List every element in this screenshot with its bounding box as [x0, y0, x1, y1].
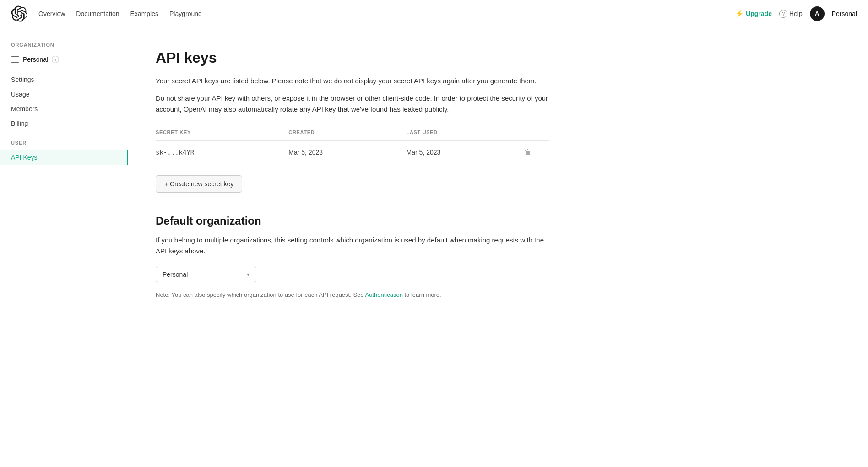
last-used-date: Mar 5, 2023: [407, 141, 524, 164]
page-title: API keys: [156, 49, 549, 66]
info-icon[interactable]: i: [52, 56, 59, 63]
sidebar-item-usage[interactable]: Usage: [0, 87, 128, 102]
help-button[interactable]: ? Help: [779, 10, 803, 18]
col-actions: [524, 126, 549, 141]
sidebar-item-settings[interactable]: Settings: [0, 72, 128, 87]
delete-key-button[interactable]: 🗑: [524, 148, 532, 156]
layout: ORGANIZATION Personal i Settings Usage M…: [0, 27, 868, 467]
note-text: Note: You can also specify which organiz…: [156, 290, 549, 300]
sidebar-item-api-keys[interactable]: API Keys: [0, 150, 128, 165]
main-content: API keys Your secret API keys are listed…: [128, 27, 577, 467]
nav-documentation[interactable]: Documentation: [76, 10, 119, 17]
chevron-down-icon: ▾: [247, 271, 250, 278]
org-select[interactable]: Personal ▾: [156, 266, 256, 283]
note-text-before: Note: You can also specify which organiz…: [156, 291, 364, 298]
default-org-title: Default organization: [156, 215, 549, 227]
usage-label: Usage: [11, 91, 29, 98]
upgrade-label: Upgrade: [746, 10, 772, 17]
sidebar: ORGANIZATION Personal i Settings Usage M…: [0, 27, 128, 467]
user-section-label: USER: [0, 140, 128, 150]
col-created: CREATED: [288, 126, 406, 141]
description-2: Do not share your API key with others, o…: [156, 93, 549, 115]
note-text-after: to learn more.: [405, 291, 441, 298]
billing-label: Billing: [11, 120, 28, 127]
avatar[interactable]: A: [810, 6, 825, 21]
api-keys-table: SECRET KEY CREATED LAST USED sk-...k4YR …: [156, 126, 549, 164]
org-section-label: ORGANIZATION: [0, 42, 128, 52]
personal-label: Personal: [832, 10, 857, 17]
description-1: Your secret API keys are listed below. P…: [156, 75, 549, 86]
nav-links: Overview Documentation Examples Playgrou…: [38, 10, 735, 17]
created-date: Mar 5, 2023: [288, 141, 406, 164]
sidebar-item-billing[interactable]: Billing: [0, 116, 128, 131]
default-org-desc: If you belong to multiple organizations,…: [156, 235, 549, 257]
col-secret-key: SECRET KEY: [156, 126, 288, 141]
upgrade-icon: ⚡: [735, 9, 744, 18]
settings-label: Settings: [11, 76, 34, 83]
sidebar-item-members[interactable]: Members: [0, 102, 128, 116]
help-icon: ?: [779, 10, 787, 18]
col-last-used: LAST USED: [407, 126, 524, 141]
org-name-item[interactable]: Personal i: [0, 52, 128, 72]
briefcase-icon: [11, 56, 19, 63]
nav-playground[interactable]: Playground: [169, 10, 202, 17]
authentication-link[interactable]: Authentication: [365, 291, 402, 298]
nav-examples[interactable]: Examples: [130, 10, 158, 17]
topnav-right: ⚡ Upgrade ? Help A Personal: [735, 6, 857, 21]
logo[interactable]: [11, 5, 27, 22]
members-label: Members: [11, 105, 38, 113]
nav-overview[interactable]: Overview: [38, 10, 65, 17]
top-navigation: Overview Documentation Examples Playgrou…: [0, 0, 868, 27]
org-name: Personal: [23, 56, 48, 63]
upgrade-button[interactable]: ⚡ Upgrade: [735, 9, 772, 18]
table-row: sk-...k4YR Mar 5, 2023 Mar 5, 2023 🗑: [156, 141, 549, 164]
api-keys-label: API Keys: [11, 154, 38, 161]
create-secret-key-button[interactable]: + Create new secret key: [156, 175, 242, 193]
org-select-value: Personal: [163, 271, 188, 278]
help-label: Help: [789, 10, 803, 17]
key-value: sk-...k4YR: [156, 141, 288, 164]
